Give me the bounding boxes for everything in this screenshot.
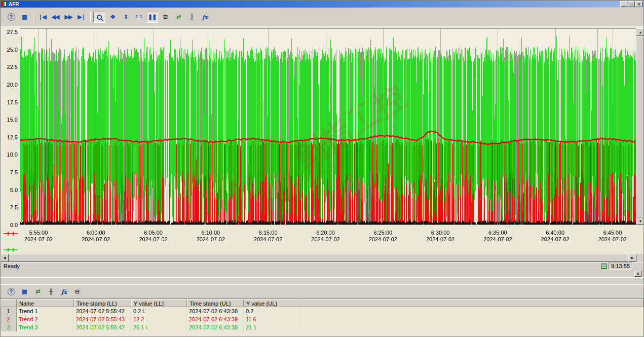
first-interval-icon: ❘◀ <box>38 14 46 20</box>
table-header-row: NameTime stamp (LL)Y value (LL)Time stam… <box>1 299 643 307</box>
row-number: 1 <box>1 307 17 315</box>
x-tick-label: 6:15:002024-07-02 <box>240 230 296 243</box>
vertical-scrollbar[interactable]: ▲ ▼ <box>636 28 644 225</box>
move-trend-icon: ✥ <box>110 14 115 20</box>
statistics-button[interactable]: ƒx <box>199 12 211 23</box>
y-tick-label: 2.5 <box>1 204 18 210</box>
forward-interval-button[interactable]: ▶▶ <box>62 12 74 23</box>
x-tick-time: 6:45:00 <box>585 230 640 236</box>
trend-canvas[interactable] <box>20 28 636 225</box>
set-ruler-button[interactable]: ╫ <box>185 12 198 23</box>
x-tick-label: 6:00:002024-07-02 <box>68 230 124 243</box>
x-tick-date: 2024-07-02 <box>470 236 525 243</box>
x-tick-time: 6:25:00 <box>355 230 411 236</box>
ruler-statistics-button[interactable]: ƒx <box>58 286 70 297</box>
last-interval-button[interactable]: ▶❘ <box>75 12 88 23</box>
table-cell: 2024-07-02 6:43:38 <box>187 307 244 315</box>
scroll-right-button[interactable]: ▶ <box>628 254 636 262</box>
scrollbar-corner <box>636 254 644 262</box>
y-tick-label: 7.5 <box>1 169 18 175</box>
horizontal-scroll-thumb[interactable] <box>9 254 628 262</box>
ruler-set-ruler-button[interactable]: ╫ <box>45 286 57 297</box>
trend-3-marker-icon <box>4 247 18 251</box>
last-interval-icon: ▶❘ <box>78 14 86 20</box>
y-axis-zoom-button[interactable]: ⇕ <box>120 12 132 23</box>
help-button[interactable]: ? <box>5 12 17 23</box>
print-button[interactable]: ⊟ <box>159 12 171 23</box>
ruler-print-button[interactable]: ⊟ <box>71 286 83 297</box>
x-tick-date: 2024-07-02 <box>527 236 583 243</box>
table-cell: 2024-07-02 6:43:38 <box>187 323 244 331</box>
y-tick-label: 22.5 <box>1 64 18 70</box>
x-tick-time: 6:20:00 <box>298 230 354 236</box>
y-axis-zoom-icon: ⇕ <box>124 14 128 20</box>
status-grid-icon <box>601 264 607 269</box>
ruler-print-icon: ⊟ <box>75 289 79 294</box>
app-icon <box>2 2 7 7</box>
x-axis: 5:55:002024-07-026:00:002024-07-026:05:0… <box>1 225 636 254</box>
x-tick-date: 2024-07-02 <box>183 236 239 243</box>
select-trends-button[interactable]: ⇄ <box>172 12 184 23</box>
x-tick-label: 5:55:002024-07-02 <box>11 230 66 243</box>
table-header-cell: Y value (LL) <box>131 299 187 307</box>
pause-icon: ❚❚ <box>148 14 156 20</box>
statistics-icon: ƒx <box>202 14 207 20</box>
scroll-down-button[interactable]: ▼ <box>636 217 644 225</box>
row-number: 2 <box>1 315 17 323</box>
y-tick-label: 25.0 <box>1 47 18 53</box>
main-toolbar: ?▦❘◀◀◀▶▶▶❘✥⇕1:1❚❚⊟⇄╫ƒx <box>1 8 643 26</box>
set-ruler-icon: ╫ <box>190 14 194 20</box>
title-bar[interactable]: AFR _ □ ✕ <box>1 1 643 8</box>
x-tick-label: 6:05:002024-07-02 <box>126 230 181 243</box>
maximize-button[interactable]: □ <box>628 1 635 7</box>
ruler-export-button[interactable]: ▦ <box>18 286 30 297</box>
x-tick-time: 6:30:00 <box>412 230 468 236</box>
x-tick-date: 2024-07-02 <box>68 236 124 243</box>
vertical-scroll-thumb[interactable] <box>636 36 644 217</box>
pane-splitter[interactable] <box>1 277 643 284</box>
move-trend-button[interactable]: ✥ <box>106 12 119 23</box>
x-tick-date: 2024-07-02 <box>126 236 181 243</box>
x-tick-time: 6:40:00 <box>527 230 583 236</box>
y-tick-label: 20.0 <box>1 82 18 88</box>
pause-button[interactable]: ❚❚ <box>146 12 158 23</box>
pane-close-button[interactable]: ✕ <box>634 271 641 277</box>
one-to-one-button[interactable]: 1:1 <box>133 12 145 23</box>
scroll-up-button[interactable]: ▲ <box>636 28 644 36</box>
export-report-button[interactable]: ▦ <box>18 12 30 23</box>
x-tick-time: 6:10:00 <box>183 230 239 236</box>
table-cell: 21.1 <box>244 323 299 331</box>
x-tick-date: 2024-07-02 <box>298 236 354 243</box>
table-row[interactable]: 1Trend 12024-07-02 5:55:420.2 i.2024-07-… <box>1 307 643 315</box>
close-button[interactable]: ✕ <box>635 1 642 7</box>
table-header-cell: Y value (UL) <box>244 299 299 307</box>
x-tick-label: 6:10:002024-07-02 <box>183 230 239 243</box>
table-row[interactable]: 2Trend 22024-07-02 5:55:4312.22024-07-02… <box>1 315 643 323</box>
minimize-button[interactable]: _ <box>620 1 627 7</box>
x-tick-date: 2024-07-02 <box>412 236 468 243</box>
table-cell: 0.2 <box>244 307 299 315</box>
plot-area[interactable]: 剑指工控 dodo siemens <box>20 28 636 225</box>
ruler-help-button[interactable]: ? <box>5 286 17 297</box>
x-tick-date: 2024-07-02 <box>240 236 296 243</box>
x-tick-label: 6:35:002024-07-02 <box>470 230 525 243</box>
table-row[interactable]: 3Trend 32024-07-02 5:55:4225.1 i.2024-07… <box>1 323 643 331</box>
y-tick-label: 17.5 <box>1 99 18 105</box>
table-cell: 2024-07-02 5:55:43 <box>74 315 131 323</box>
scroll-left-button[interactable]: ◀ <box>1 254 9 262</box>
first-interval-button[interactable]: ❘◀ <box>36 12 48 23</box>
ruler-select-trends-button[interactable]: ⇄ <box>31 286 44 297</box>
pane-strip: ✕ <box>1 270 643 277</box>
help-icon: ? <box>8 13 15 21</box>
export-report-icon: ▦ <box>22 14 26 20</box>
zoom-area-button[interactable] <box>93 12 105 23</box>
table-cell: Trend 2 <box>17 315 74 323</box>
horizontal-scrollbar[interactable]: ◀ ▶ <box>1 254 644 262</box>
table-cell: 2024-07-02 5:55:42 <box>74 323 131 331</box>
select-trends-icon: ⇄ <box>176 14 180 20</box>
ruler-select-trends-icon: ⇄ <box>35 289 40 294</box>
x-tick-time: 5:55:00 <box>11 230 66 236</box>
table-header-gutter <box>1 299 17 307</box>
table-header-cell: Time stamp (LL) <box>74 299 131 307</box>
back-interval-button[interactable]: ◀◀ <box>49 12 61 23</box>
